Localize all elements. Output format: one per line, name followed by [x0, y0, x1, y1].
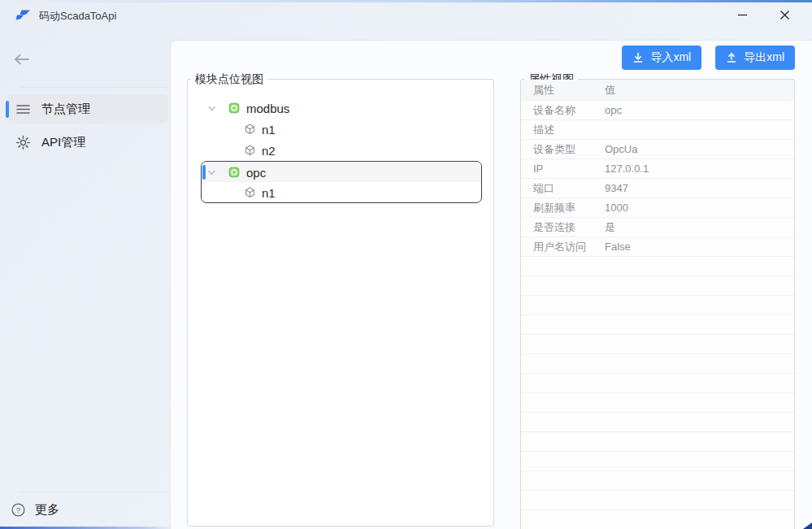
sidebar: 节点管理 API管理 ? 更多 [0, 29, 171, 529]
tree-node-label: n1 [262, 186, 276, 200]
tree-node-modbus[interactable]: modbus [188, 98, 493, 119]
property-value[interactable]: OpcUa [605, 143, 794, 155]
export-xml-button[interactable]: 导出xml [715, 46, 795, 70]
tree-node-opc-selected[interactable]: opc [202, 163, 481, 182]
property-row: 描述 [521, 120, 794, 140]
import-xml-label: 导入xml [650, 50, 691, 65]
upload-icon [726, 52, 737, 63]
sidebar-item-node-management[interactable]: 节点管理 [7, 95, 168, 124]
property-row-empty [521, 413, 794, 432]
toolbar: 导入xml 导出xml [622, 46, 795, 70]
resize-grip-icon[interactable] [803, 522, 812, 529]
property-row: IP127.0.0.1 [521, 159, 794, 179]
svg-text:?: ? [16, 505, 20, 514]
property-label: 描述 [521, 123, 605, 137]
property-value[interactable]: 1000 [605, 202, 794, 214]
sidebar-item-label: 节点管理 [41, 102, 90, 117]
property-row-empty [521, 393, 794, 413]
cube-icon [245, 145, 255, 156]
property-row-empty [521, 491, 794, 510]
tree-node-label: n2 [262, 144, 276, 158]
device-icon [228, 102, 240, 114]
tree-node-modbus-n1[interactable]: n1 [188, 119, 493, 140]
tree-panel-title: 模块点位视图 [191, 71, 267, 87]
property-label: 用户名访问 [521, 240, 605, 254]
help-icon: ? [11, 503, 25, 517]
property-row-empty [521, 257, 794, 276]
property-value[interactable]: 9347 [605, 182, 794, 194]
property-row-empty [521, 452, 794, 471]
module-tree-panel: 模块点位视图 modbus n1 [187, 79, 494, 527]
property-row-empty [521, 432, 794, 452]
titlebar: 码动ScadaToApi [0, 0, 812, 29]
tree-node-label: opc [246, 166, 266, 180]
property-row-empty [521, 510, 794, 529]
properties-header-row: 属性 值 [521, 80, 794, 101]
app-title: 码动ScadaToApi [39, 9, 116, 24]
import-xml-button[interactable]: 导入xml [622, 46, 701, 70]
property-value[interactable]: 是 [605, 220, 794, 235]
chevron-down-icon[interactable] [207, 168, 217, 177]
property-label: 端口 [521, 181, 605, 196]
device-icon [228, 167, 240, 178]
tree-node-label: modbus [246, 102, 289, 115]
sidebar-item-label: API管理 [41, 135, 85, 150]
property-row: 是否连接是 [521, 218, 794, 237]
export-xml-label: 导出xml [744, 50, 784, 65]
tree-selection-outline: opc n1 [201, 161, 482, 203]
property-value[interactable]: 127.0.0.1 [605, 163, 794, 175]
property-row-empty [521, 276, 794, 296]
list-icon [16, 104, 30, 115]
property-row: 用户名访问False [521, 237, 794, 257]
property-row: 端口9347 [521, 179, 794, 198]
value-column-header: 值 [605, 83, 794, 98]
property-row-empty [521, 315, 794, 335]
property-column-header: 属性 [521, 83, 605, 98]
property-row: 设备类型OpcUa [521, 140, 794, 159]
property-label: IP [521, 163, 605, 175]
property-row: 刷新频率1000 [521, 198, 794, 218]
sidebar-item-api-management[interactable]: API管理 [7, 128, 168, 157]
properties-panel: 属性视图 属性 值 设备名称opc描述设备类型OpcUaIP127.0.0.1端… [520, 79, 795, 529]
cube-icon [245, 187, 255, 198]
tree-node-modbus-n2[interactable]: n2 [188, 140, 493, 161]
property-row-empty [521, 296, 794, 315]
minimize-button[interactable] [726, 3, 758, 26]
cube-icon [245, 124, 255, 135]
gear-icon [16, 136, 30, 150]
property-value[interactable]: opc [605, 104, 794, 116]
sidebar-divider [20, 87, 168, 88]
property-value[interactable]: False [605, 241, 794, 253]
property-row-empty [521, 354, 794, 374]
tree-node-label: n1 [262, 123, 276, 137]
property-row-empty [521, 374, 794, 393]
back-button[interactable] [14, 50, 35, 68]
property-label: 设备名称 [521, 103, 605, 118]
property-label: 刷新频率 [521, 201, 605, 215]
property-label: 设备类型 [521, 142, 605, 157]
download-icon [632, 52, 644, 63]
main-content: 导入xml 导出xml 模块点位视图 [171, 41, 812, 529]
sidebar-item-more[interactable]: ? 更多 [11, 496, 158, 522]
close-button[interactable] [768, 3, 801, 26]
property-row-empty [521, 471, 794, 491]
app-logo-icon [14, 7, 32, 22]
property-label: 是否连接 [521, 220, 605, 235]
sidebar-divider [20, 492, 168, 492]
property-row: 设备名称opc [521, 101, 794, 120]
property-row-empty [521, 335, 794, 354]
chevron-down-icon[interactable] [207, 104, 217, 113]
properties-table: 属性 值 设备名称opc描述设备类型OpcUaIP127.0.0.1端口9347… [521, 80, 794, 529]
tree-node-opc-n1[interactable]: n1 [202, 183, 481, 202]
sidebar-item-label: 更多 [35, 502, 59, 518]
